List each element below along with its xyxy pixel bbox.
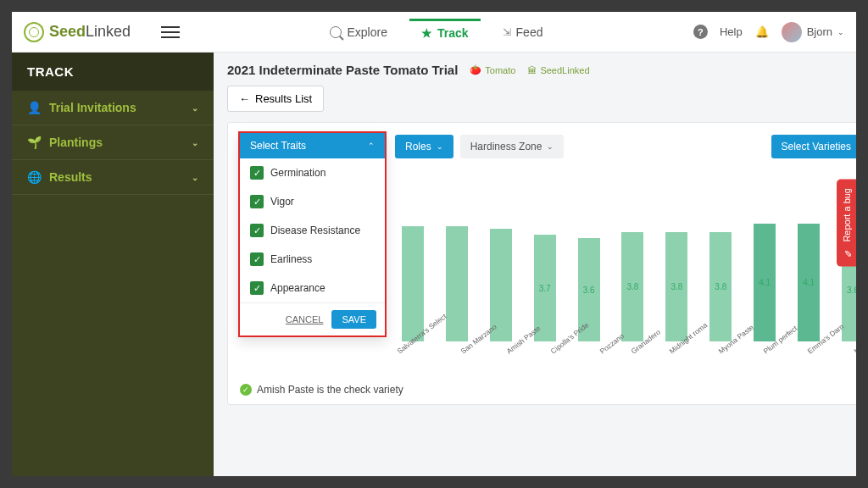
sidebar-item-label: Plantings [49, 136, 103, 149]
chevron-down-icon: ⌄ [547, 142, 554, 151]
help-label[interactable]: Help [720, 25, 743, 38]
traits-cancel-button[interactable]: CANCEL [286, 310, 324, 329]
brand-logo[interactable]: SeedLinked [24, 22, 131, 42]
check-note-text: Amish Paste is the check variety [257, 384, 403, 396]
select-traits-label: Select Traits [250, 140, 306, 152]
seedling-icon: 🌱 [27, 136, 41, 149]
nav-explore[interactable]: Explore [318, 19, 398, 45]
bar-value: 3.8 [670, 282, 682, 291]
help-icon[interactable]: ? [693, 25, 708, 39]
trait-label: Germination [270, 167, 326, 179]
traits-save-button[interactable]: SAVE [331, 310, 376, 329]
page-title: 2021 Indeterminate Paste Tomato Trial [227, 63, 458, 77]
roles-filter[interactable]: Roles⌄ [395, 135, 453, 158]
chevron-up-icon: ⌃ [368, 141, 375, 150]
nav-track[interactable]: ★Track [409, 19, 481, 45]
trait-label: Appearance [270, 282, 326, 294]
chart-bar[interactable]: 3.8 [709, 232, 732, 341]
chevron-down-icon: ⌄ [192, 173, 198, 182]
trait-option[interactable]: ✓Germination [240, 158, 385, 187]
trait-option[interactable]: ✓Earliness [240, 245, 385, 274]
chart-bar[interactable]: 3.8 [665, 232, 687, 341]
crop-chip[interactable]: 🍅Tomato [470, 64, 515, 75]
trait-option[interactable]: ✓Vigor [240, 187, 385, 216]
checkbox-checked-icon: ✓ [250, 281, 264, 295]
star-icon: ★ [421, 26, 432, 40]
menu-toggle[interactable] [161, 26, 180, 38]
bar-value: 3.6 [583, 285, 595, 294]
bar-value: 3.6 [847, 285, 856, 294]
nav-feed-label: Feed [516, 25, 543, 39]
report-bug-label: Report a bug [842, 188, 852, 242]
pencil-icon: ✎ [841, 247, 852, 258]
chevron-down-icon: ⌄ [192, 138, 198, 147]
user-plus-icon: 👤 [27, 101, 41, 114]
search-icon [330, 26, 342, 38]
trait-option[interactable]: ✓Appearance [240, 274, 385, 302]
avatar [782, 22, 802, 42]
sidebar-item-trial-invitations[interactable]: 👤Trial Invitations ⌄ [12, 91, 214, 125]
nav-feed[interactable]: ⇲Feed [491, 19, 555, 45]
select-traits-dropdown: Select Traits ⌃ ✓Germination✓Vigor✓Disea… [238, 131, 387, 337]
tomato-icon: 🍅 [470, 64, 481, 75]
brand-word-b: Linked [86, 23, 131, 40]
checkbox-checked-icon: ✓ [250, 166, 264, 180]
select-varieties-filter[interactable]: Select Varieties⌄ [771, 135, 856, 158]
chart-bar[interactable]: 3.8 [621, 232, 643, 341]
bar-value: 3.7 [539, 284, 551, 293]
hardiness-label: Hardiness Zone [470, 141, 542, 152]
sidebar-item-results[interactable]: 🌐Results ⌄ [12, 160, 214, 195]
seedlinked-logo-icon [24, 22, 44, 42]
bar-value: 4.1 [803, 278, 815, 287]
bar-value: 4.1 [759, 278, 771, 287]
trait-label: Disease Resistance [270, 225, 360, 236]
chevron-down-icon: ⌄ [437, 142, 443, 151]
org-chip[interactable]: 🏛SeedLinked [527, 65, 589, 75]
select-traits-toggle[interactable]: Select Traits ⌃ [240, 133, 385, 158]
nav-track-label: Track [437, 26, 469, 40]
share-icon: ⇲ [503, 26, 511, 38]
chart-panel: Roles⌄ Hardiness Zone⌄ Select Varieties⌄… [227, 122, 856, 405]
bell-icon[interactable]: 🔔 [754, 25, 770, 40]
nav-explore-label: Explore [347, 25, 387, 39]
check-variety-note: ✓ Amish Paste is the check variety [240, 384, 856, 396]
checkbox-checked-icon: ✓ [250, 224, 264, 237]
chevron-down-icon: ⌄ [837, 28, 844, 36]
chevron-down-icon: ⌄ [192, 103, 198, 113]
report-bug-tab[interactable]: ✎ Report a bug [837, 180, 856, 267]
user-name: Bjorn [807, 25, 832, 38]
checkbox-checked-icon: ✓ [250, 195, 264, 208]
sidebar-item-label: Trial Invitations [49, 101, 136, 114]
crop-label: Tomato [485, 65, 515, 75]
bar-value: 3.8 [715, 282, 726, 291]
check-icon: ✓ [240, 384, 252, 396]
checkbox-checked-icon: ✓ [250, 252, 264, 266]
trait-option[interactable]: ✓Disease Resistance [240, 216, 385, 245]
select-varieties-label: Select Varieties [782, 141, 851, 152]
chart-bar[interactable]: 4.1 [798, 224, 820, 341]
sidebar-title: TRACK [12, 53, 214, 91]
bar-value: 3.8 [627, 282, 639, 291]
results-list-label: Results List [255, 92, 312, 105]
sidebar-item-plantings[interactable]: 🌱Plantings ⌄ [12, 125, 214, 160]
org-label: SeedLinked [540, 65, 589, 75]
hardiness-filter[interactable]: Hardiness Zone⌄ [460, 135, 565, 158]
roles-label: Roles [405, 141, 431, 152]
arrow-left-icon: ← [239, 92, 250, 105]
globe-icon: 🌐 [27, 170, 41, 184]
trait-label: Earliness [270, 253, 312, 265]
user-menu[interactable]: Bjorn ⌄ [782, 22, 844, 42]
trait-label: Vigor [270, 196, 294, 208]
org-icon: 🏛 [527, 65, 537, 75]
sidebar-item-label: Results [49, 170, 92, 184]
results-list-button[interactable]: ← Results List [227, 86, 324, 112]
brand-word-a: Seed [49, 23, 86, 40]
chart-bar[interactable]: 4.1 [754, 224, 776, 341]
